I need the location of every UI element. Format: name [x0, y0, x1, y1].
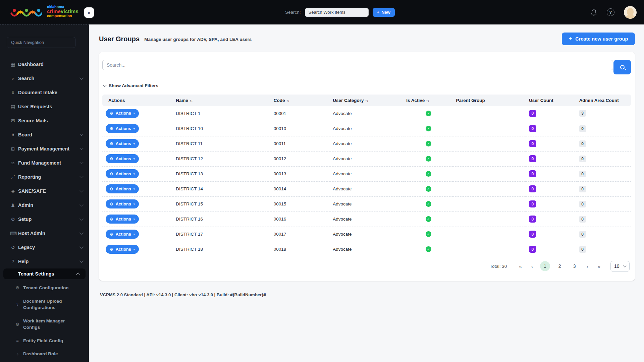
- column-header-label: Code: [274, 98, 285, 103]
- sidebar-item-setup[interactable]: ⚙Setup: [0, 212, 89, 226]
- quick-navigation-input[interactable]: [7, 37, 75, 48]
- sidebar-item-tenant-settings[interactable]: Tenant Settings: [3, 268, 86, 279]
- actions-button-label: Actions: [116, 217, 131, 222]
- page-number-1[interactable]: 1: [540, 261, 550, 271]
- sidebar-subitem-label: Work Item Manager Configs: [23, 318, 78, 331]
- group-code: 00012: [274, 156, 286, 161]
- topbar-search-group: Search: +New: [285, 0, 395, 24]
- sidebar-item-dashboard[interactable]: ▦Dashboard: [0, 57, 89, 71]
- group-code: 00001: [274, 111, 286, 116]
- sidebar-item-host-admin[interactable]: ⌨Host Admin: [0, 226, 89, 240]
- gear-icon: ⚙: [110, 141, 113, 146]
- row-actions-button[interactable]: ⚙Actions▾: [106, 184, 139, 193]
- payment-management-icon: ⊞: [10, 146, 16, 152]
- column-header-label: User Category: [333, 98, 364, 103]
- row-actions-button[interactable]: ⚙Actions▾: [106, 124, 139, 133]
- page-number-3[interactable]: 3: [570, 261, 580, 271]
- page-next-icon[interactable]: ›: [582, 263, 593, 269]
- group-name: DISTRICT 16: [176, 217, 203, 222]
- page-last-icon[interactable]: »: [593, 263, 605, 269]
- work-items-search-input[interactable]: [305, 8, 369, 17]
- notifications-bell-icon[interactable]: [590, 9, 597, 16]
- user-category: Advocate: [333, 126, 352, 131]
- sidebar-item-document-intake[interactable]: ⇩Document Intake: [0, 85, 89, 100]
- user-avatar[interactable]: [624, 6, 637, 19]
- row-actions-button[interactable]: ⚙Actions▾: [106, 245, 139, 254]
- row-actions-button[interactable]: ⚙Actions▾: [106, 199, 139, 208]
- column-header-label: Actions: [108, 98, 125, 103]
- group-name: DISTRICT 14: [176, 186, 203, 191]
- column-header-name[interactable]: Name↑↓: [173, 95, 271, 106]
- sidebar-item-reporting[interactable]: ⋰Reporting: [0, 170, 89, 184]
- group-code: 00010: [274, 126, 286, 131]
- column-header-code[interactable]: Code↑↓: [271, 95, 330, 106]
- new-work-item-button[interactable]: +New: [373, 8, 395, 17]
- chevron-down-icon: [623, 264, 627, 267]
- row-actions-button[interactable]: ⚙Actions▾: [106, 109, 139, 118]
- table-search-button[interactable]: [613, 60, 631, 74]
- page-size-select[interactable]: 10: [610, 261, 630, 272]
- gear-icon: ⚙: [110, 111, 113, 116]
- sidebar-item-secure-mails[interactable]: ✉Secure Mails: [0, 114, 89, 128]
- column-header-is-active[interactable]: Is Active↑↓: [404, 95, 453, 106]
- row-actions-button[interactable]: ⚙Actions▾: [106, 154, 139, 163]
- user-count-badge: 0: [529, 140, 536, 147]
- sidebar-item-legacy[interactable]: ↺Legacy: [0, 240, 89, 254]
- page-prev-icon[interactable]: ‹: [527, 263, 538, 269]
- sort-icon: ↑↓: [365, 99, 368, 103]
- legacy-icon: ↺: [10, 245, 16, 250]
- sidebar-item-help[interactable]: ?Help: [0, 254, 89, 268]
- sidebar-item-payment-management[interactable]: ⊞Payment Management: [0, 142, 89, 156]
- active-check-icon: ✓: [426, 186, 431, 192]
- gear-icon: ⚙: [110, 247, 113, 252]
- page-first-icon[interactable]: «: [514, 263, 526, 269]
- active-check-icon: ✓: [426, 171, 431, 177]
- create-user-group-button[interactable]: +Create new user group: [562, 33, 635, 45]
- page-number-2[interactable]: 2: [555, 261, 565, 271]
- group-name: DISTRICT 10: [176, 126, 203, 131]
- help-icon[interactable]: ?: [607, 8, 614, 16]
- user-category: Advocate: [333, 156, 352, 161]
- sidebar-item-sane-safe[interactable]: ◈SANE/SAFE: [0, 184, 89, 198]
- sidebar-item-fund-management[interactable]: ≋Fund Management: [0, 156, 89, 170]
- table-search-input[interactable]: [102, 60, 613, 70]
- row-actions-button[interactable]: ⚙Actions▾: [106, 139, 139, 148]
- pagination: Total: 30 « ‹ 123 › » 10: [102, 261, 631, 272]
- sidebar-item-board[interactable]: ⠿Board: [0, 128, 89, 142]
- sidebar-subitem-tenant-configuration[interactable]: ⚙Tenant Configuration: [0, 281, 89, 295]
- sidebar-collapse-button[interactable]: «: [84, 7, 94, 18]
- chevron-down-icon: [79, 259, 83, 262]
- row-actions-button[interactable]: ⚙Actions▾: [106, 230, 139, 239]
- row-actions-button[interactable]: ⚙Actions▾: [106, 215, 139, 224]
- sidebar-item-search[interactable]: ⌕Search: [0, 71, 89, 85]
- sidebar-subitem-document-upload-configurations[interactable]: ⇪Document Upload Configurations: [0, 295, 89, 314]
- sidebar-item-user-requests[interactable]: ▤User Requests: [0, 100, 89, 114]
- sidebar-subitem-entity-field-config[interactable]: ≡Entity Field Config: [0, 334, 89, 348]
- sidebar-subitem-dashboard-role[interactable]: ◔Dashboard Role: [0, 347, 89, 361]
- admin-area-count-badge: 0: [579, 186, 586, 192]
- actions-button-label: Actions: [116, 111, 131, 116]
- active-check-icon: ✓: [426, 216, 431, 222]
- column-header-user-count: User Count: [526, 95, 577, 106]
- active-check-icon: ✓: [426, 126, 431, 131]
- advanced-filters-toggle[interactable]: Show Advanced Filters: [103, 83, 158, 88]
- row-actions-button[interactable]: ⚙Actions▾: [106, 169, 139, 178]
- column-header-user-category[interactable]: User Category↑↓: [330, 95, 404, 106]
- chevron-down-icon: [79, 188, 83, 192]
- user-category: Advocate: [333, 141, 352, 146]
- actions-button-label: Actions: [116, 126, 131, 131]
- sidebar-item-admin[interactable]: ♟Admin: [0, 198, 89, 212]
- chevron-down-icon: [79, 231, 83, 234]
- caret-down-icon: ▾: [133, 157, 135, 161]
- avatar-body: [625, 15, 635, 19]
- gear-icon: ⚙: [110, 217, 113, 222]
- user-count-badge: 0: [529, 170, 536, 177]
- chevron-down-icon: [79, 146, 83, 150]
- actions-button-label: Actions: [116, 232, 131, 237]
- column-header-label: Is Active: [406, 98, 425, 103]
- admin-area-count-badge: 0: [579, 246, 586, 253]
- user-count-badge: 0: [529, 246, 536, 253]
- table-search-row: [102, 60, 631, 74]
- user-count-badge: 0: [529, 125, 536, 132]
- sidebar-subitem-work-item-manager-configs[interactable]: ⚙Work Item Manager Configs: [0, 314, 89, 334]
